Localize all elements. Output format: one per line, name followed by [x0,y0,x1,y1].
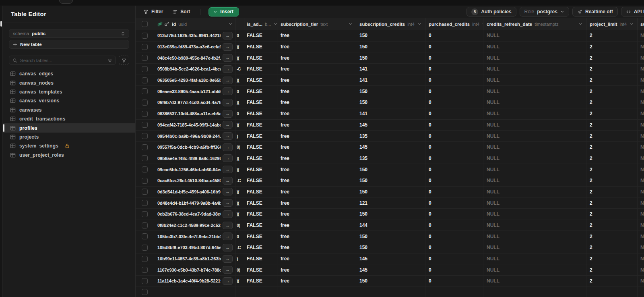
header-is-admin[interactable]: is_ad... b... [244,18,277,30]
cell-credits-refresh-date[interactable]: NULL [487,133,500,139]
cell-project-limit[interactable]: 2 [590,256,592,262]
cell-purchased-credits[interactable]: 0 [429,100,431,105]
expand-row-button[interactable]: → [223,54,233,62]
cell-fragment[interactable]: -C [237,178,241,183]
cell-subscription-tier[interactable]: free [281,189,289,195]
cell-subscription-tier[interactable]: free [281,200,289,206]
cell-fragment[interactable]: 0 [237,111,239,116]
cell-is-admin[interactable]: FALSE [247,89,262,94]
cell-credits-refresh-date[interactable]: NULL [487,211,500,217]
cell-purchased-credits[interactable]: 0 [429,33,431,38]
row-checkbox[interactable] [142,66,148,72]
row-checkbox[interactable] [142,233,148,239]
cell-credits-refresh-date[interactable]: NULL [487,89,500,94]
header-fragment[interactable] [235,18,244,30]
cell-subscription-tier[interactable]: free [281,267,289,273]
cell-fragment[interactable]: ) [237,256,238,261]
header-credits-refresh-date[interactable]: credits_refresh_date timestamptz [483,18,586,30]
cell-project-limit[interactable]: 2 [590,156,592,161]
cell-fragment[interactable]: )( [237,123,239,127]
cell-subscription-tier[interactable]: free [281,44,289,50]
cell-fragment[interactable]: )( [237,189,239,194]
chevron-down-icon[interactable] [630,22,634,26]
cell-fragment[interactable]: 0( [237,223,240,228]
cell-id[interactable]: 013cf78d-1625-43fc-9961-442189... [157,33,221,38]
cell-fragment[interactable]: ) [237,134,238,139]
row-checkbox[interactable] [142,245,148,251]
cell-purchased-credits[interactable]: 0 [429,278,431,284]
cell-overflow[interactable]: N [640,44,644,50]
cell-subscription-tier[interactable]: free [281,222,289,228]
cell-fragment[interactable]: )( [237,156,239,161]
expand-row-button[interactable]: → [223,110,233,118]
sidebar-item-profiles[interactable]: profiles [3,123,135,132]
cell-is-admin[interactable]: FALSE [247,211,262,217]
expand-row-button[interactable]: → [223,154,233,162]
row-checkbox[interactable] [142,256,148,262]
cell-subscription-credits[interactable]: 135 [359,156,367,161]
cell-subscription-credits[interactable]: 145 [359,256,367,262]
cell-id[interactable]: 0508b94b-5ee2-4626-bca1-4bca... [157,66,221,71]
row-checkbox[interactable] [142,77,148,83]
cell-credits-refresh-date[interactable]: NULL [487,278,500,284]
cell-id[interactable]: 105bc3b7-03fe-4e7f-9efa-21bb40... [157,234,221,239]
cell-overflow[interactable]: N [640,245,644,250]
cell-credits-refresh-date[interactable]: NULL [487,156,500,161]
sidebar-item-projects[interactable]: projects [3,133,135,141]
cell-purchased-credits[interactable]: 0 [429,189,431,195]
cell-subscription-credits[interactable]: 145 [359,267,367,273]
cell-subscription-tier[interactable]: free [281,66,289,72]
sort-button[interactable]: Sort [170,7,192,16]
cell-subscription-tier[interactable]: free [281,111,289,116]
expand-row-button[interactable]: → [223,277,233,285]
cell-project-limit[interactable]: 2 [590,178,592,183]
cell-id[interactable]: 094caf42-7185-4e45-99f3-14abee... [157,123,221,127]
cell-subscription-tier[interactable]: free [281,144,289,150]
cell-is-admin[interactable]: FALSE [247,178,262,183]
cell-overflow[interactable]: N [640,33,644,38]
cell-fragment[interactable]: )( [237,100,239,105]
cell-overflow[interactable]: N [640,55,644,61]
cell-credits-refresh-date[interactable]: NULL [487,111,500,116]
cell-id[interactable]: 11a114cb-1a4c-49f4-9b28-52219ec... [157,278,221,283]
cell-id[interactable]: 08386537-10d4-488a-a11e-eb5a6... [157,111,221,116]
sidebar-item-user_project_roles[interactable]: user_project_roles [3,151,135,160]
cell-subscription-tier[interactable]: free [281,167,289,172]
cell-project-limit[interactable]: 2 [590,267,592,273]
cell-id[interactable]: 0eb2b676-38ed-4ea7-9dad-38e6... [157,212,221,216]
cell-project-limit[interactable]: 2 [590,189,592,195]
cell-purchased-credits[interactable]: 0 [429,44,431,50]
cell-id[interactable]: 09557f5a-0dcb-4cb9-a6fb-fff366... [157,145,221,150]
expand-row-button[interactable]: → [223,43,233,51]
expand-row-button[interactable]: → [223,210,233,218]
cell-fragment[interactable]: )( [237,167,239,172]
cell-credits-refresh-date[interactable]: NULL [487,245,500,250]
cell-credits-refresh-date[interactable]: NULL [487,234,500,239]
cell-fragment[interactable]: )( [237,278,239,283]
row-checkbox[interactable] [142,278,148,284]
chevron-down-icon[interactable] [578,22,583,26]
row-checkbox[interactable] [142,44,148,50]
row-checkbox[interactable] [142,122,148,128]
expand-row-button[interactable]: → [223,121,233,129]
cell-overflow[interactable]: N [640,100,644,105]
cell-credits-refresh-date[interactable]: NULL [487,100,500,105]
cell-subscription-credits[interactable]: 141 [359,77,367,83]
row-checkbox[interactable] [142,166,148,172]
row-checkbox[interactable] [142,155,148,161]
cell-id[interactable]: 09544b0c-ba9b-496a-9b09-244... [157,134,221,139]
cell-purchased-credits[interactable]: 0 [429,122,431,128]
cell-subscription-tier[interactable]: free [281,245,289,250]
cell-project-limit[interactable]: 2 [590,167,592,172]
cell-overflow[interactable]: N [640,89,644,94]
cell-credits-refresh-date[interactable]: NULL [487,167,500,172]
cell-purchased-credits[interactable]: 0 [429,222,431,228]
search-tables-box[interactable] [9,56,116,65]
cell-project-limit[interactable]: 2 [590,211,592,217]
cell-credits-refresh-date[interactable]: NULL [487,222,500,228]
cell-subscription-credits[interactable]: 145 [359,122,367,128]
cell-purchased-credits[interactable]: 0 [429,178,431,183]
cell-project-limit[interactable]: 2 [590,133,592,139]
cell-id[interactable]: 1167e930-e5b0-43b7-b74c-788c9... [157,268,221,272]
cell-is-admin[interactable]: FALSE [247,278,262,284]
